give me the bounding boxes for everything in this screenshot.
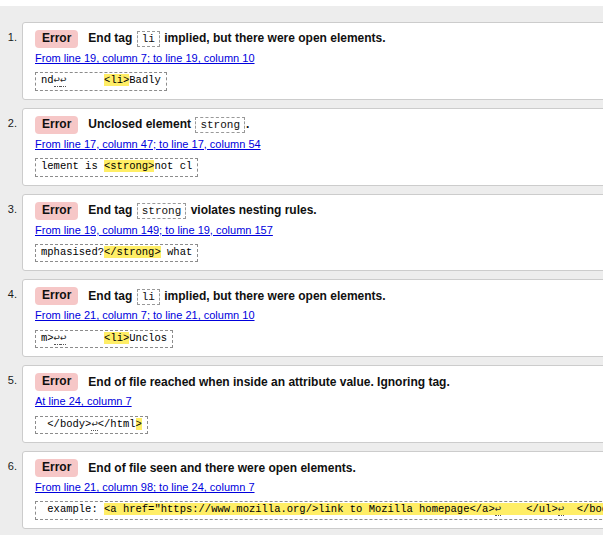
extract-highlight: <li> bbox=[104, 332, 129, 344]
line-break-icon: ↩ bbox=[60, 74, 66, 87]
extract-highlight: </strong> bbox=[104, 246, 161, 258]
error-item: 1. Error End tag li implied, but there w… bbox=[22, 22, 603, 100]
line-break-icon: ↩ bbox=[558, 503, 564, 516]
error-badge: Error bbox=[35, 116, 78, 134]
error-message: End tag li implied, but there were open … bbox=[88, 31, 385, 47]
error-item: 3. Error End tag strong violates nesting… bbox=[22, 194, 603, 272]
extract-highlight: <a href="https://www.mozilla.org/>link t… bbox=[104, 503, 603, 515]
error-message-row: Error End tag li implied, but there were… bbox=[35, 287, 598, 305]
error-extract-row: mphasised?</strong> what bbox=[35, 242, 598, 263]
code-extract: m>↩↩ <li>Unclos bbox=[35, 330, 173, 349]
error-box: Error End tag li implied, but there were… bbox=[22, 22, 603, 100]
error-item: 2. Error Unclosed element strong. From l… bbox=[22, 108, 603, 186]
error-message: End of file seen and there were open ele… bbox=[88, 461, 355, 476]
location-link[interactable]: From line 21, column 98; to line 24, col… bbox=[35, 481, 255, 493]
error-message-row: Error End tag strong violates nesting ru… bbox=[35, 202, 598, 220]
error-badge: Error bbox=[35, 373, 78, 391]
error-location-row: From line 21, column 98; to line 24, col… bbox=[35, 481, 598, 494]
error-badge: Error bbox=[35, 30, 78, 48]
error-message-row: Error Unclosed element strong. bbox=[35, 116, 598, 134]
error-location-row: At line 24, column 7 bbox=[35, 395, 598, 408]
extract-highlight: <li> bbox=[104, 74, 129, 86]
error-extract-row: example: <a href="https://www.mozilla.or… bbox=[35, 499, 598, 520]
code-extract: mphasised?</strong> what bbox=[35, 244, 198, 263]
error-location-row: From line 17, column 47; to line 17, col… bbox=[35, 138, 598, 151]
error-number: 2. bbox=[8, 117, 17, 129]
error-item: 5. Error End of file reached when inside… bbox=[22, 365, 603, 443]
error-location-row: From line 19, column 7; to line 19, colu… bbox=[35, 52, 598, 65]
error-number: 1. bbox=[8, 31, 17, 43]
extract-highlight: <strong> bbox=[104, 160, 154, 172]
error-message: Unclosed element strong. bbox=[88, 117, 249, 133]
line-break-icon: ↩ bbox=[91, 418, 97, 431]
element-name-code: li bbox=[137, 31, 160, 47]
error-box: Error Unclosed element strong. From line… bbox=[22, 108, 603, 186]
extract-highlight: > bbox=[136, 418, 142, 430]
code-extract: lement is <strong>not cl bbox=[35, 158, 198, 177]
error-badge: Error bbox=[35, 202, 78, 220]
error-box: Error End of file reached when inside an… bbox=[22, 365, 603, 443]
error-extract-row: m>↩↩ <li>Unclos bbox=[35, 328, 598, 349]
error-list: 1. Error End tag li implied, but there w… bbox=[0, 22, 603, 535]
location-link[interactable]: From line 19, column 7; to line 19, colu… bbox=[35, 52, 255, 64]
location-link[interactable]: From line 17, column 47; to line 17, col… bbox=[35, 138, 261, 150]
line-break-icon: ↩ bbox=[60, 332, 66, 345]
error-message: End tag strong violates nesting rules. bbox=[88, 203, 316, 219]
error-location-row: From line 21, column 7; to line 21, colu… bbox=[35, 309, 598, 322]
error-item: 4. Error End tag li implied, but there w… bbox=[22, 279, 603, 357]
error-item: 6. Error End of file seen and there were… bbox=[22, 451, 603, 529]
error-number: 3. bbox=[8, 203, 17, 215]
error-extract-row: </body>↩</html> bbox=[35, 414, 598, 435]
location-link[interactable]: From line 19, column 149; to line 19, co… bbox=[35, 224, 273, 236]
error-extract-row: nd↩↩ <li>Badly bbox=[35, 70, 598, 91]
line-break-icon: ↩ bbox=[54, 74, 60, 87]
location-link[interactable]: At line 24, column 7 bbox=[35, 395, 132, 407]
line-break-icon: ↩ bbox=[495, 503, 501, 516]
location-link[interactable]: From line 21, column 7; to line 21, colu… bbox=[35, 309, 255, 321]
error-number: 5. bbox=[8, 374, 17, 386]
element-name-code: strong bbox=[195, 117, 245, 133]
code-extract: nd↩↩ <li>Badly bbox=[35, 72, 167, 91]
error-message-row: Error End tag li implied, but there were… bbox=[35, 30, 598, 48]
error-message-row: Error End of file seen and there were op… bbox=[35, 459, 598, 477]
element-name-code: li bbox=[137, 289, 160, 305]
error-badge: Error bbox=[35, 459, 78, 477]
code-extract: example: <a href="https://www.mozilla.or… bbox=[35, 501, 603, 520]
error-box: Error End of file seen and there were op… bbox=[22, 451, 603, 529]
error-box: Error End tag strong violates nesting ru… bbox=[22, 194, 603, 272]
error-extract-row: lement is <strong>not cl bbox=[35, 156, 598, 177]
code-extract: </body>↩</html> bbox=[35, 416, 148, 435]
error-message: End of file reached when inside an attri… bbox=[88, 375, 449, 390]
error-message: End tag li implied, but there were open … bbox=[88, 289, 385, 305]
validator-results-page: 1. Error End tag li implied, but there w… bbox=[0, 6, 603, 535]
error-box: Error End tag li implied, but there were… bbox=[22, 279, 603, 357]
error-badge: Error bbox=[35, 287, 78, 305]
error-message-row: Error End of file reached when inside an… bbox=[35, 373, 598, 391]
error-number: 4. bbox=[8, 288, 17, 300]
element-name-code: strong bbox=[137, 203, 187, 219]
line-break-icon: ↩ bbox=[54, 332, 60, 345]
error-number: 6. bbox=[8, 460, 17, 472]
error-location-row: From line 19, column 149; to line 19, co… bbox=[35, 224, 598, 237]
